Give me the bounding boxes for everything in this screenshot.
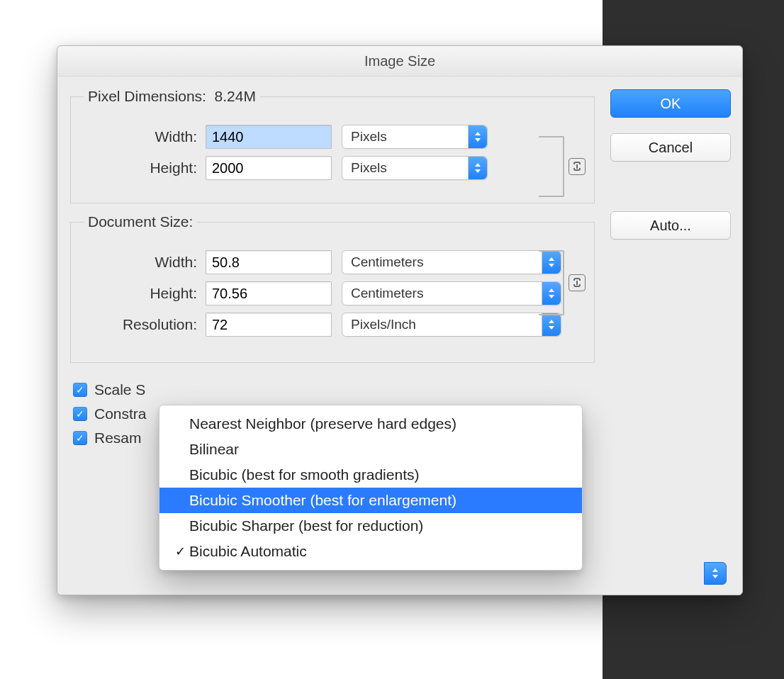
document-size-legend: Document Size: <box>84 213 197 230</box>
chevron-updown-icon <box>468 157 487 179</box>
resolution-label: Resolution: <box>84 316 206 333</box>
scale-styles-label: Scale S <box>94 381 145 398</box>
doc-height-label: Height: <box>84 285 206 302</box>
dialog-title-text: Image Size <box>364 53 435 69</box>
chevron-updown-icon <box>712 568 719 578</box>
ok-button[interactable]: OK <box>610 89 731 118</box>
chevron-updown-icon <box>468 125 487 148</box>
pixel-height-unit-value: Pixels <box>351 160 387 176</box>
auto-button[interactable]: Auto... <box>610 211 731 240</box>
doc-width-label: Width: <box>84 254 206 271</box>
menu-item-label: Bicubic Smoother (best for enlargement) <box>189 492 457 509</box>
pixel-dimensions-legend: Pixel Dimensions: 8.24M <box>84 88 260 105</box>
menu-item-label: Bicubic Sharper (best for reduction) <box>189 517 423 534</box>
doc-height-input[interactable] <box>206 281 332 305</box>
doc-width-unit-value: Centimeters <box>351 254 423 270</box>
menu-item-label: Bicubic (best for smooth gradients) <box>189 466 419 483</box>
pixel-width-input[interactable] <box>206 125 332 149</box>
document-size-group: Document Size: Width: Centimeters <box>70 213 595 363</box>
auto-button-label: Auto... <box>650 218 691 234</box>
menu-item-label: Nearest Neighbor (preserve hard edges) <box>189 415 457 432</box>
resample-method-select[interactable] <box>704 562 727 585</box>
cancel-button-label: Cancel <box>649 140 693 156</box>
resample-method-popup[interactable]: Nearest Neighbor (preserve hard edges) B… <box>159 405 583 571</box>
constrain-proportions-label: Constra <box>94 405 147 422</box>
chevron-updown-icon <box>542 313 561 336</box>
menu-item-label: Bilinear <box>189 441 239 458</box>
pixel-height-input[interactable] <box>206 156 332 180</box>
doc-width-unit-select[interactable]: Centimeters <box>342 250 561 274</box>
pixel-width-unit-value: Pixels <box>351 129 387 145</box>
dialog-title: Image Size <box>57 46 742 77</box>
resample-image-label: Resam <box>94 430 142 447</box>
pixel-dimensions-size: 8.24M <box>215 88 256 104</box>
doc-height-unit-value: Centimeters <box>351 286 423 301</box>
menu-item-bilinear[interactable]: Bilinear <box>159 437 582 462</box>
constrain-proportions-checkbox[interactable]: ✓ <box>73 407 87 421</box>
resolution-input[interactable] <box>206 313 332 337</box>
chevron-updown-icon <box>542 282 561 305</box>
cancel-button[interactable]: Cancel <box>610 133 731 162</box>
menu-item-bicubic-smoother[interactable]: Bicubic Smoother (best for enlargement) <box>159 488 582 513</box>
resample-image-checkbox[interactable]: ✓ <box>73 431 87 445</box>
menu-item-label: Bicubic Automatic <box>189 543 307 560</box>
pixel-height-label: Height: <box>84 159 206 176</box>
menu-item-bicubic[interactable]: Bicubic (best for smooth gradients) <box>159 462 582 488</box>
pixel-width-label: Width: <box>84 128 206 145</box>
menu-item-bicubic-automatic[interactable]: ✓Bicubic Automatic <box>159 539 582 564</box>
chevron-updown-icon <box>542 251 561 274</box>
pixel-height-unit-select[interactable]: Pixels <box>342 156 488 180</box>
menu-item-bicubic-sharper[interactable]: Bicubic Sharper (best for reduction) <box>159 513 582 539</box>
resolution-unit-value: Pixels/Inch <box>351 317 416 332</box>
doc-width-input[interactable] <box>206 250 332 274</box>
ok-button-label: OK <box>661 96 681 112</box>
scale-styles-checkbox[interactable]: ✓ <box>73 383 87 397</box>
doc-height-unit-select[interactable]: Centimeters <box>342 281 561 305</box>
pixel-dimensions-group: Pixel Dimensions: 8.24M Width: Pixels <box>70 88 595 203</box>
resolution-unit-select[interactable]: Pixels/Inch <box>342 313 561 337</box>
menu-item-nearest-neighbor[interactable]: Nearest Neighbor (preserve hard edges) <box>159 411 582 437</box>
checkmark-icon: ✓ <box>171 544 189 559</box>
pixel-width-unit-select[interactable]: Pixels <box>342 125 488 149</box>
pixel-dimensions-legend-text: Pixel Dimensions: <box>88 88 206 104</box>
